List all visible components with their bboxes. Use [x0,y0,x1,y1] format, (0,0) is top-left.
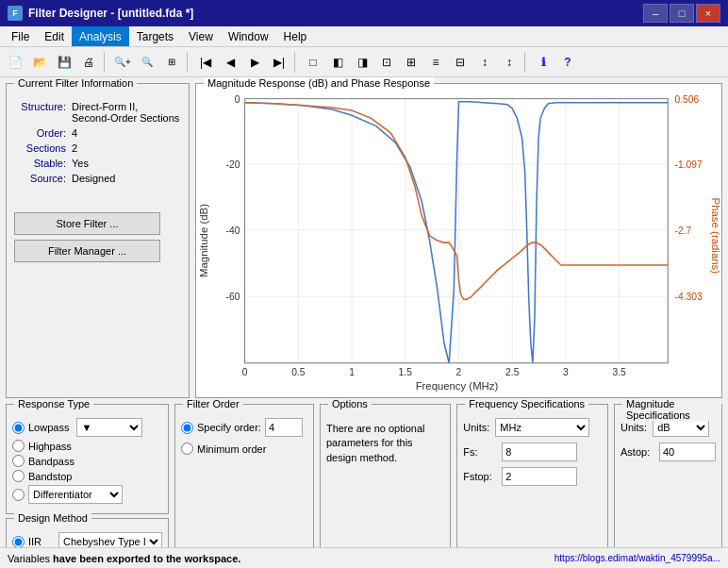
radio-specify-order[interactable] [181,422,193,434]
radio-bandpass[interactable]: Bandpass [12,455,162,467]
radio-iir[interactable]: IIR Chebyshev Type II [12,532,162,547]
filter-order-legend: Filter Order [183,398,243,409]
options-panel: Options There are no optional parameters… [320,404,451,547]
radio-highpass[interactable]: Highpass [12,440,162,452]
radio-highpass-input[interactable] [12,440,25,452]
lowpass-dropdown[interactable]: ▼ [76,418,142,437]
radio-lowpass-label: Lowpass [28,422,69,433]
tb-tool2[interactable]: ◧ [326,51,349,74]
toolbar-sep2 [187,52,190,73]
chart-legend: Magnitude Response (dB) and Phase Respon… [204,77,434,89]
tb-next-end[interactable]: ▶| [268,51,290,74]
tb-zoom-in[interactable]: 🔍+ [111,51,134,74]
filter-prop-sections: Sections 2 [14,142,181,154]
minimize-button[interactable]: – [643,4,668,23]
filter-prop-stable: Stable: Yes [14,158,181,169]
status-right: https://blogs.edimat/waktin_4579995a... [554,553,720,563]
close-button[interactable]: × [696,4,720,23]
menu-view[interactable]: View [181,26,221,46]
radio-bandpass-input[interactable] [12,455,25,467]
svg-text:0.5: 0.5 [291,367,306,377]
menu-edit[interactable]: Edit [37,26,72,46]
radio-bandstop-input[interactable] [12,470,25,482]
filter-prop-order: Order: 4 [14,127,181,139]
tb-help[interactable]: ? [556,51,579,74]
toolbar-sep1 [104,52,108,73]
window-title: Filter Designer - [untitled.fda *] [28,7,193,20]
radio-diff-input[interactable] [12,489,25,501]
mag-units-select[interactable]: dB linear [653,418,709,437]
menu-targets[interactable]: Targets [129,26,181,46]
tb-zoom-out[interactable]: 🔍 [136,51,158,74]
tb-tool3[interactable]: ◨ [351,51,373,74]
freq-units-label: Units: [463,422,489,433]
tb-save[interactable]: 💾 [53,51,75,74]
svg-text:-60: -60 [226,292,240,302]
chart-panel: Magnitude Response (dB) and Phase Respon… [195,83,722,398]
radio-lowpass[interactable]: Lowpass ▼ [12,418,162,437]
content-area: Current Filter Information Structure: Di… [0,77,728,547]
app-icon: F [8,6,23,21]
mag-units-label: Units: [620,422,647,433]
tb-open[interactable]: 📂 [28,51,51,74]
radio-bandpass-label: Bandpass [28,456,74,467]
tb-tool1[interactable]: □ [302,51,324,74]
freq-spec-legend: Frequency Specifications [465,398,588,409]
fs-row: Fs: [463,443,602,461]
radio-minimum-order[interactable] [181,443,193,455]
freq-spec-panel: Frequency Specifications Units: MHz kHz … [456,404,608,547]
filter-info-panel: Current Filter Information Structure: Di… [6,83,190,398]
label-sections: Sections [14,142,66,154]
filter-prop-source: Source: Designed [14,173,181,184]
tb-prev[interactable]: ◀ [219,51,241,74]
toolbar-sep4 [524,52,528,73]
freq-units-row: Units: MHz kHz Hz normalized [463,418,602,437]
label-order: Order: [14,127,66,139]
toolbar-sep3 [294,52,298,73]
store-filter-button[interactable]: Store Filter ... [14,212,160,235]
tb-next[interactable]: ▶ [243,51,266,74]
svg-text:-2.7: -2.7 [674,226,691,236]
iir-type-dropdown[interactable]: Chebyshev Type II [58,532,162,547]
maximize-button[interactable]: □ [670,4,694,23]
filter-manager-button[interactable]: Filter Manager ... [14,240,160,262]
differentiator-dropdown[interactable]: Differentiator [28,485,123,504]
response-type-options: Lowpass ▼ Highpass Bandpass [12,418,162,504]
tb-print[interactable]: 🖨 [77,51,100,74]
menu-help[interactable]: Help [276,26,315,46]
radio-iir-input[interactable] [12,536,25,547]
menu-file[interactable]: File [4,26,37,46]
tb-tool5[interactable]: ⊞ [400,51,422,74]
specify-order-label: Specify order: [197,422,261,433]
radio-lowpass-input[interactable] [12,422,25,434]
minimum-order-label: Minimum order [197,443,266,455]
radio-bandstop[interactable]: Bandstop [12,470,162,482]
tb-tool8[interactable]: ↕ [473,51,496,74]
tb-info[interactable]: ℹ [532,51,554,74]
tb-prev-begin[interactable]: |◀ [194,51,217,74]
tb-tool9[interactable]: ↕ [498,51,521,74]
value-source: Designed [72,173,115,184]
tb-zoom-fit[interactable]: ⊞ [160,51,183,74]
svg-text:3.5: 3.5 [613,367,627,377]
svg-text:Magnitude (dB): Magnitude (dB) [198,204,209,277]
radio-bandstop-label: Bandstop [28,471,72,482]
astop-input[interactable] [659,443,716,461]
svg-text:0: 0 [242,367,248,377]
svg-text:2.5: 2.5 [505,367,520,377]
menu-analysis[interactable]: Analysis [72,26,129,46]
value-stable: Yes [72,158,89,169]
svg-text:-4.303: -4.303 [674,292,702,302]
tb-new[interactable]: 📄 [4,51,26,74]
tb-tool4[interactable]: ⊡ [375,51,398,74]
tb-tool7[interactable]: ⊟ [449,51,472,74]
value-sections: 2 [72,142,77,154]
mag-spec-panel: Magnitude Specifications Units: dB linea… [614,404,722,547]
menu-window[interactable]: Window [221,26,276,46]
order-value-input[interactable] [265,418,303,437]
freq-units-select[interactable]: MHz kHz Hz normalized [495,418,589,437]
radio-differentiator[interactable]: Differentiator [12,485,162,504]
tb-tool6[interactable]: ≡ [424,51,447,74]
fs-input[interactable] [502,443,577,461]
fstop-input[interactable] [502,467,577,486]
